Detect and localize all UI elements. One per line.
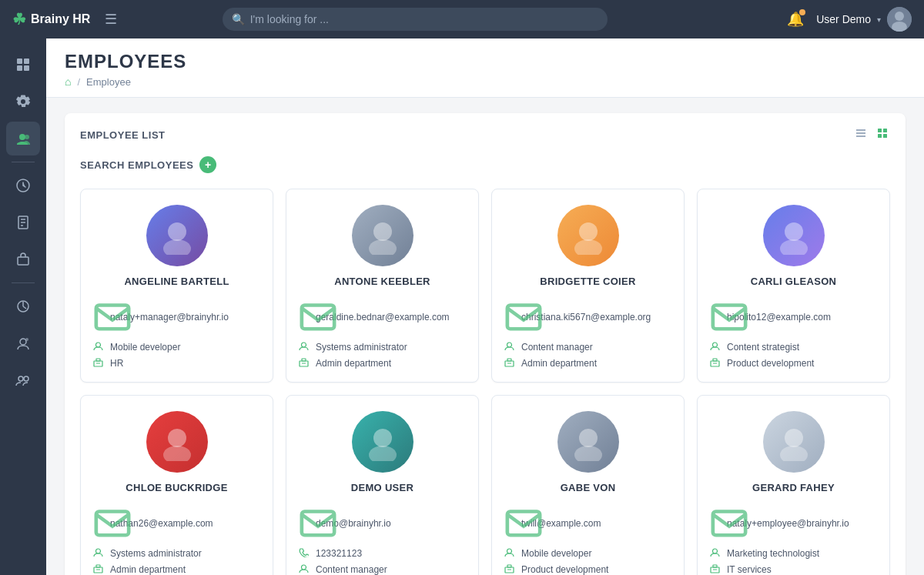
employee-email-row: nathan26@example.com [93, 503, 260, 543]
add-search-button[interactable]: + [199, 156, 216, 173]
breadcrumb-current: Employee [86, 76, 131, 88]
sidebar-item-settings[interactable] [6, 85, 40, 119]
employee-card[interactable]: GABE VON twill@example.com Mobile develo… [491, 395, 685, 575]
employee-name: DEMO USER [351, 482, 413, 493]
employee-card[interactable]: CHLOE BUCKRIDGE nathan26@example.com Sys… [80, 395, 273, 575]
view-toggles [853, 125, 890, 144]
svg-point-17 [24, 376, 28, 381]
avatar [146, 205, 208, 266]
svg-point-25 [168, 222, 186, 241]
employee-dept-row: Product development [710, 357, 877, 369]
email-icon [710, 503, 721, 543]
svg-point-16 [18, 376, 23, 381]
svg-point-53 [168, 429, 186, 447]
svg-rect-48 [713, 306, 745, 329]
employee-name: GERARD FAHEY [752, 482, 835, 493]
svg-rect-6 [24, 65, 29, 71]
employee-role: Content manager [316, 564, 387, 575]
employee-role: Content strategist [727, 342, 799, 353]
svg-rect-12 [18, 257, 28, 265]
sidebar [0, 38, 46, 575]
svg-point-54 [163, 446, 191, 461]
employee-dept-row: HR [93, 357, 260, 369]
avatar [763, 411, 825, 473]
avatar [763, 205, 825, 266]
employee-role-row: Mobile developer [504, 547, 671, 560]
sidebar-item-admin[interactable] [6, 326, 40, 360]
svg-rect-58 [96, 565, 100, 567]
role-icon [299, 563, 310, 575]
page-title: EMPLOYEES [65, 51, 906, 72]
employee-name: GABE VON [561, 482, 616, 493]
employee-role-row: Content manager [504, 341, 671, 353]
employee-card[interactable]: ANTONE KEEBLER geraldine.bednar@example.… [286, 189, 479, 383]
content-area: EMPLOYEE LIST SEARCH EMPLOYEES + [46, 98, 924, 575]
sidebar-divider-2 [12, 282, 35, 283]
svg-rect-69 [507, 512, 540, 536]
svg-point-28 [96, 343, 101, 347]
sidebar-item-time[interactable] [6, 169, 40, 202]
employee-role-row: Systems administrator [93, 547, 260, 560]
email-icon [710, 296, 721, 337]
employee-card[interactable]: CARLI GLEASON hipolito12@example.com Con… [697, 189, 890, 383]
sidebar-divider [12, 162, 35, 162]
employee-role-row: Content strategist [710, 341, 877, 353]
employee-grid: ANGELINE BARTELL nataly+manager@brainyhr… [80, 189, 890, 575]
employee-email-row: demo@brainyhr.io [299, 503, 466, 543]
sidebar-item-team[interactable] [6, 363, 40, 397]
hamburger-menu-icon[interactable]: ☰ [105, 11, 117, 28]
svg-point-63 [302, 565, 306, 570]
employee-details: nataly+employee@brainyhr.io Marketing te… [710, 503, 877, 575]
employee-card[interactable]: BRIDGETTE COIER christiana.ki567n@exampl… [491, 189, 685, 383]
employee-role: Systems administrator [110, 548, 202, 559]
svg-point-26 [163, 239, 191, 255]
svg-rect-20 [856, 135, 865, 137]
svg-point-15 [25, 338, 28, 341]
notification-dot [799, 9, 805, 15]
breadcrumb-separator: / [77, 76, 80, 88]
employee-role-row: Mobile developer [93, 341, 260, 353]
card-title: EMPLOYEE LIST [80, 129, 166, 141]
employee-dept-row: Admin department [93, 563, 260, 575]
sidebar-item-employees[interactable] [6, 122, 40, 155]
employee-card[interactable]: ANGELINE BARTELL nataly+manager@brainyhr… [80, 189, 273, 383]
sidebar-item-reports[interactable] [6, 289, 40, 323]
search-input[interactable] [223, 8, 608, 31]
logo[interactable]: ☘ Brainy HR [12, 10, 105, 28]
employee-role-row: Content manager [299, 563, 466, 575]
department-icon [504, 563, 515, 575]
user-menu[interactable]: User Demo ▾ [816, 7, 912, 32]
email-icon [299, 296, 310, 337]
employee-email-row: nataly+employee@brainyhr.io [710, 503, 877, 543]
employee-role: Systems administrator [316, 342, 407, 353]
svg-point-56 [96, 549, 101, 553]
svg-point-40 [574, 239, 602, 255]
svg-point-68 [574, 446, 602, 461]
employee-card[interactable]: DEMO USER demo@brainyhr.io 123321123 Con… [286, 395, 479, 575]
employee-card[interactable]: GERARD FAHEY nataly+employee@brainyhr.io… [697, 395, 890, 575]
employee-dept-row: Product development [504, 563, 671, 575]
sidebar-item-documents[interactable] [6, 206, 40, 239]
svg-point-77 [713, 549, 718, 553]
svg-point-75 [780, 446, 808, 461]
employee-email-row: geraldine.bednar@example.com [299, 296, 466, 337]
employee-email-row: nataly+manager@brainyhr.io [93, 296, 260, 337]
svg-rect-5 [17, 65, 22, 71]
employee-dept-row: Admin department [299, 357, 466, 369]
svg-rect-34 [302, 306, 334, 329]
grid-view-toggle[interactable] [875, 125, 890, 144]
global-search: 🔍 [223, 8, 608, 31]
list-view-toggle[interactable] [853, 125, 869, 144]
svg-rect-51 [713, 359, 717, 361]
employee-role: Marketing technologist [727, 548, 819, 559]
search-bar: SEARCH EMPLOYEES + [80, 156, 890, 173]
sidebar-item-dashboard[interactable] [6, 48, 40, 82]
employee-department: Admin department [521, 358, 597, 369]
svg-rect-24 [883, 134, 887, 138]
svg-rect-30 [96, 359, 100, 361]
sidebar-item-jobs[interactable] [6, 242, 40, 276]
svg-point-14 [20, 339, 26, 345]
breadcrumb-home-icon[interactable]: ⌂ [65, 75, 71, 88]
breadcrumb: ⌂ / Employee [65, 75, 906, 88]
notification-bell[interactable]: 🔔 [787, 11, 804, 28]
